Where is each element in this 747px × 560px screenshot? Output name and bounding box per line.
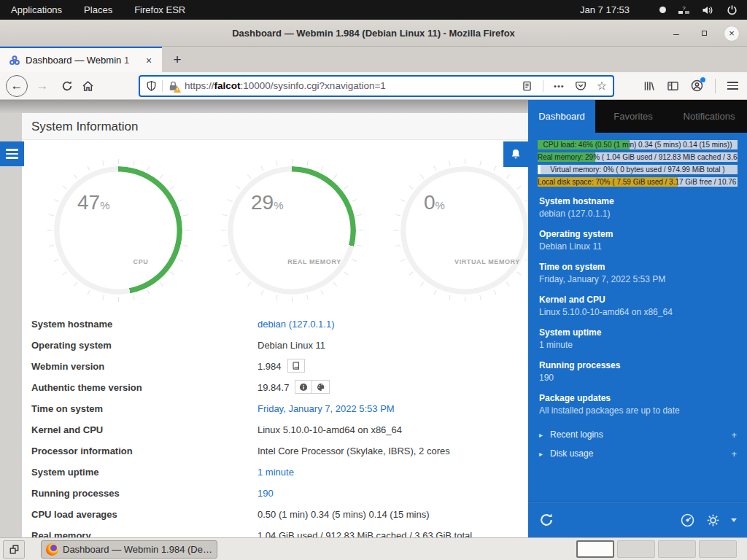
desktop: Applications Places Firefox ESR Jan 7 17… — [0, 0, 747, 560]
gauge-virtual-memory: 0% VIRTUAL MEMORY — [392, 158, 528, 303]
firefox-icon — [46, 543, 58, 556]
list-item: Package updatesAll installed packages ar… — [539, 392, 737, 417]
gauge-arc — [54, 166, 182, 295]
bell-icon — [510, 148, 522, 160]
list-item: Running processes190 — [539, 359, 737, 384]
reload-button[interactable] — [57, 76, 77, 96]
table-row: Authentic theme version 19.84.7 — [22, 382, 528, 403]
window-title: Dashboard — Webmin 1.984 (Debian Linux 1… — [232, 28, 515, 39]
system-info-table: System hostname debian (127.0.1.1) Opera… — [22, 319, 528, 537]
power-icon[interactable] — [725, 4, 738, 16]
reader-mode-icon[interactable] — [522, 80, 533, 92]
svg-text:?: ? — [682, 5, 686, 12]
minimize-button[interactable]: – — [668, 26, 684, 42]
gear-icon[interactable] — [705, 513, 721, 528]
tab-favorites[interactable]: Favorites — [595, 100, 671, 133]
menu-hamburger-icon[interactable] — [727, 82, 738, 90]
tab-close-icon[interactable]: × — [142, 53, 156, 68]
workspace-switcher — [576, 540, 744, 558]
list-item: Time on systemFriday, January 7, 2022 5:… — [539, 261, 737, 286]
url-text[interactable]: https://falcot:10000/sysinfo.cgi?xnaviga… — [185, 80, 516, 91]
network-icon[interactable]: ? — [677, 4, 690, 16]
table-row: Time on system Friday, January 7, 2022 5… — [22, 403, 528, 424]
expand-plus-icon[interactable]: + — [731, 448, 737, 459]
tab-title: Dashboard — Webmin 1 — [26, 55, 142, 66]
sidebar-tabs: Dashboard Favorites Notifications — [528, 100, 747, 133]
bottom-taskbar: Dashboard — Webmin 1.984 (Deb… — [0, 537, 747, 560]
table-row: Real memory 1.04 GiB used / 912.83 MiB c… — [22, 530, 528, 537]
library-icon[interactable] — [643, 80, 655, 92]
uptime-link[interactable]: 1 minute — [258, 467, 294, 478]
table-row: Processor information Intel Core Process… — [22, 446, 528, 467]
gauge-real-memory: 29% REAL MEMORY — [219, 158, 365, 303]
gauge-arc — [400, 166, 528, 295]
navigation-toolbar: ← → https://falcot:10000/sysinfo.cgi?xna… — [0, 72, 747, 100]
volume-icon[interactable] — [701, 4, 714, 16]
caret-right-icon: ▸ — [539, 431, 543, 439]
table-row: System hostname debian (127.0.1.1) — [22, 319, 528, 340]
virtual-memory-bar: Virtual memory: 0% ( 0 bytes used / 974.… — [538, 165, 738, 174]
back-button[interactable]: ← — [6, 75, 28, 97]
time-on-system-link[interactable]: Friday, January 7, 2022 5:53 PM — [258, 403, 395, 414]
maximize-button[interactable] — [696, 26, 712, 42]
webmin-favicon-icon — [9, 55, 20, 66]
chevron-down-icon[interactable] — [731, 518, 737, 522]
gauge-arc — [228, 166, 356, 295]
account-icon[interactable] — [691, 79, 703, 92]
record-dot-icon — [659, 7, 666, 13]
webmin-changelog-button[interactable] — [287, 359, 305, 373]
menu-firefox-esr[interactable]: Firefox ESR — [123, 0, 196, 20]
close-button[interactable]: × — [724, 26, 740, 42]
gauge-label: REAL MEMORY — [219, 258, 365, 265]
list-item: Operating systemDebian Linux 11 — [539, 228, 737, 253]
insecure-lock-icon[interactable] — [168, 80, 179, 92]
gauge-label: CPU — [45, 258, 191, 265]
theme-info-button[interactable] — [295, 380, 312, 394]
taskbar-firefox-window[interactable]: Dashboard — Webmin 1.984 (Deb… — [41, 540, 217, 559]
menu-applications[interactable]: Applications — [0, 0, 73, 20]
refresh-icon[interactable] — [538, 512, 554, 528]
forward-button[interactable]: → — [32, 76, 53, 96]
page-title: System Information — [22, 113, 528, 140]
page-actions-icon[interactable]: ••• — [554, 82, 565, 90]
webmin-menu-toggle-button[interactable] — [0, 141, 24, 166]
table-row: Webmin version 1.984 — [22, 361, 528, 382]
running-processes-link[interactable]: 190 — [258, 488, 274, 499]
expand-plus-icon[interactable]: + — [731, 429, 737, 440]
window-switcher-button[interactable] — [3, 540, 25, 559]
workspace-4[interactable] — [699, 540, 737, 558]
tab-dashboard-sidebar[interactable]: Dashboard — [528, 100, 595, 133]
theme-palette-button[interactable] — [312, 380, 330, 394]
cpu-load-bar: CPU load: 46% (0.50 (1 min) 0.34 (5 mins… — [538, 140, 738, 149]
hostname-link[interactable]: debian (127.0.1.1) — [258, 319, 335, 330]
gauge-cpu: 47% CPU — [45, 158, 191, 303]
real-memory-bar: Real memory: 29% ( 1.04 GiB used / 912.8… — [538, 152, 738, 162]
list-item: System hostnamedebian (127.0.1.1) — [539, 195, 737, 220]
menu-places[interactable]: Places — [73, 0, 123, 20]
bookmark-star-icon[interactable]: ☆ — [597, 79, 607, 93]
home-button[interactable] — [77, 76, 98, 96]
disk-usage-toggle[interactable]: ▸ Disk usage + — [528, 444, 747, 463]
tab-dashboard[interactable]: Dashboard — Webmin 1 × — [0, 47, 162, 72]
tab-notifications[interactable]: Notifications — [671, 100, 747, 133]
gauge-label: VIRTUAL MEMORY — [392, 258, 528, 265]
new-tab-button[interactable]: + — [168, 50, 187, 69]
workspace-1[interactable] — [576, 540, 614, 558]
sidebars-icon[interactable] — [667, 80, 679, 92]
url-bar[interactable]: https://falcot:10000/sysinfo.cgi?xnaviga… — [139, 75, 614, 97]
tracking-shield-icon[interactable] — [146, 80, 157, 92]
workspace-2[interactable] — [617, 540, 655, 558]
pocket-icon[interactable] — [575, 80, 587, 91]
list-item: System uptime1 minute — [539, 327, 737, 351]
gauge-value: 0% — [424, 191, 445, 214]
tab-bar: Dashboard — Webmin 1 × + — [0, 47, 747, 72]
recent-logins-toggle[interactable]: ▸ Recent logins + — [528, 425, 747, 444]
webmin-sidebar: Dashboard Favorites Notifications CPU lo… — [528, 100, 747, 537]
workspace-3[interactable] — [658, 540, 696, 558]
speedometer-icon[interactable] — [680, 513, 695, 528]
resource-bars: CPU load: 46% (0.50 (1 min) 0.34 (5 mins… — [538, 140, 738, 187]
window-titlebar[interactable]: Dashboard — Webmin 1.984 (Debian Linux 1… — [0, 20, 747, 47]
table-row: CPU load averages 0.50 (1 min) 0.34 (5 m… — [22, 509, 528, 530]
notifications-bell-button[interactable] — [503, 141, 528, 167]
clock[interactable]: Jan 7 17:53 — [580, 4, 630, 15]
